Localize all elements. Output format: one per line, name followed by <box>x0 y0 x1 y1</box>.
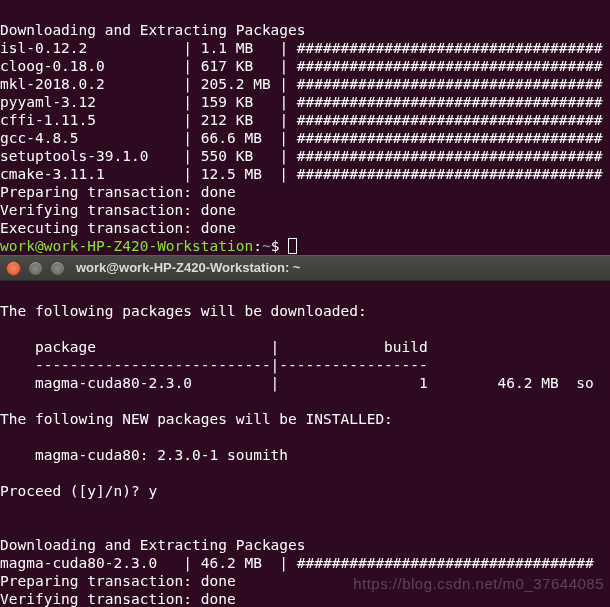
prompt-line[interactable]: work@work-HP-Z420-Workstation:~$ <box>0 238 297 254</box>
pkg-row: cmake-3.11.1 | 12.5 MB | ###############… <box>0 166 602 182</box>
pkg-row: mkl-2018.0.2 | 205.2 MB | ##############… <box>0 76 602 92</box>
minimize-icon[interactable] <box>28 261 43 276</box>
window-title: work@work-HP-Z420-Workstation: ~ <box>76 259 300 277</box>
pkg-row: isl-0.12.2 | 1.1 MB | ##################… <box>0 40 602 56</box>
maximize-icon[interactable] <box>50 261 65 276</box>
step-line: Executing transaction: done <box>0 220 236 236</box>
table-head: package | build <box>0 339 428 355</box>
pkg-row: magma-cuda80-2.3.0 | 46.2 MB | #########… <box>0 555 594 571</box>
close-icon[interactable] <box>6 261 21 276</box>
step-line: Verifying transaction: done <box>0 591 236 607</box>
pkg-row: setuptools-39.1.0 | 550 KB | ###########… <box>0 148 602 164</box>
proceed-prompt[interactable]: Proceed ([y]/n)? y <box>0 483 157 499</box>
download-header: Downloading and Extracting Packages <box>0 537 306 553</box>
step-line: Preparing transaction: done <box>0 573 236 589</box>
new-pkg-header: The following NEW packages will be INSTA… <box>0 411 393 427</box>
pkg-row: cloog-0.18.0 | 617 KB | ################… <box>0 58 602 74</box>
cursor-icon <box>288 238 297 254</box>
window-title-bar[interactable]: work@work-HP-Z420-Workstation: ~ <box>0 255 610 281</box>
step-line: Preparing transaction: done <box>0 184 236 200</box>
terminal-bottom[interactable]: The following packages will be downloade… <box>0 281 610 607</box>
intro-line: The following packages will be downloade… <box>0 303 367 319</box>
table-divider: ---------------------------|------------… <box>0 357 428 373</box>
terminal-top[interactable]: Downloading and Extracting Packages isl-… <box>0 0 610 255</box>
step-line: Verifying transaction: done <box>0 202 236 218</box>
pkg-row: gcc-4.8.5 | 66.6 MB | ##################… <box>0 130 602 146</box>
pkg-row: pyyaml-3.12 | 159 KB | #################… <box>0 94 602 110</box>
pkg-row: cffi-1.11.5 | 212 KB | #################… <box>0 112 602 128</box>
download-header: Downloading and Extracting Packages <box>0 22 306 38</box>
new-pkg-line: magma-cuda80: 2.3.0-1 soumith <box>0 447 288 463</box>
table-row: magma-cuda80-2.3.0 | 1 46.2 MB so <box>0 375 594 391</box>
